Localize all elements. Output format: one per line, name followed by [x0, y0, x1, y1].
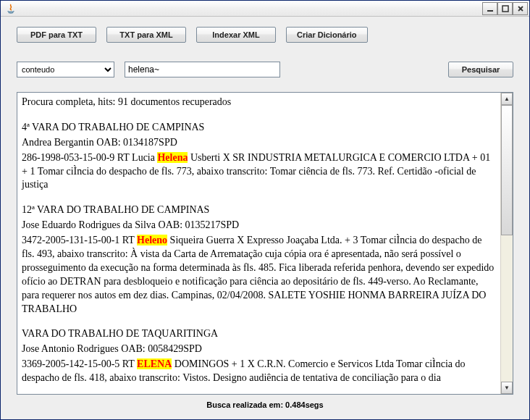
create-dict-button[interactable]: Criar Dicionário — [286, 27, 368, 43]
title-bar — [1, 1, 529, 17]
toolbar: PDF para TXT TXT para XML Indexar XML Cr… — [17, 27, 513, 43]
minimize-button[interactable] — [482, 2, 497, 15]
scroll-up-button[interactable]: ▲ — [501, 93, 513, 105]
result-lawyer: Andrea Bergantin OAB: 0134187SPD — [22, 136, 496, 150]
scroll-track[interactable] — [501, 105, 513, 382]
content-area: PDF para TXT TXT para XML Indexar XML Cr… — [1, 17, 529, 419]
search-hit: Heleno — [137, 235, 167, 245]
results-text: Procura completa, hits: 91 documentos re… — [17, 93, 500, 394]
search-hit: Helena — [157, 152, 188, 163]
java-icon — [5, 3, 17, 14]
search-field-select[interactable]: conteudo — [17, 62, 114, 77]
scrollbar[interactable]: ▲ ▼ — [500, 93, 513, 394]
svg-rect-0 — [487, 10, 493, 12]
result-case: 3472-2005-131-15-00-1 RT Heleno Siqueira… — [22, 234, 496, 316]
scroll-down-button[interactable]: ▼ — [501, 382, 513, 394]
result-case: 286-1998-053-15-00-9 RT Lucia Helena Usb… — [22, 151, 496, 193]
maximize-button[interactable] — [497, 2, 513, 15]
case-post: Siqueira Guerra X Expresso Joaçaba Ltda.… — [22, 235, 494, 314]
result-court: VARA DO TRABALHO DE TAQUARITINGA — [22, 327, 496, 341]
result-case: 3369-2005-142-15-00-5 RT ELENA DOMINGOS … — [22, 358, 496, 385]
search-row: conteudo Pesquisar — [17, 62, 513, 77]
results-container: Procura completa, hits: 91 documentos re… — [17, 92, 513, 395]
txt-to-xml-button[interactable]: TXT para XML — [106, 27, 186, 43]
window-controls — [482, 2, 528, 15]
index-xml-button[interactable]: Indexar XML — [196, 27, 276, 43]
close-button[interactable] — [513, 2, 528, 15]
result-lawyer: Jose Eduardo Rodrigues da Silva OAB: 013… — [22, 219, 496, 232]
search-button[interactable]: Pesquisar — [448, 62, 513, 77]
search-hit: ELENA — [137, 358, 172, 369]
result-court: 4ª VARA DO TRABALHO DE CAMPINAS — [22, 121, 496, 135]
result-court: 12ª VARA DO TRABALHO DE CAMPINAS — [22, 203, 496, 217]
scroll-thumb[interactable] — [501, 105, 513, 235]
status-label: Busca realizada em: 0.484segs — [17, 395, 513, 412]
results-summary: Procura completa, hits: 91 documentos re… — [22, 96, 496, 109]
app-window: PDF para TXT TXT para XML Indexar XML Cr… — [0, 0, 530, 420]
result-lawyer: Jose Antonio Rodrigues OAB: 0058429SPD — [22, 343, 496, 356]
svg-rect-1 — [502, 6, 508, 12]
case-pre: 286-1998-053-15-00-9 RT Lucia — [22, 152, 157, 163]
search-input[interactable] — [125, 62, 280, 77]
case-pre: 3472-2005-131-15-00-1 RT — [22, 235, 137, 245]
pdf-to-txt-button[interactable]: PDF para TXT — [17, 27, 96, 43]
case-pre: 3369-2005-142-15-00-5 RT — [22, 358, 137, 369]
